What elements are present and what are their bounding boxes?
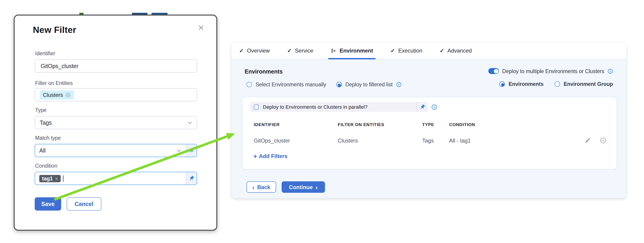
tab-environment[interactable]: Environment xyxy=(330,43,373,59)
chevron-down-icon xyxy=(176,147,182,154)
radio-environment-group[interactable]: Environment Group xyxy=(554,81,613,87)
chevron-left-icon: ‹ xyxy=(252,183,254,191)
toggle-on-switch[interactable] xyxy=(488,68,499,74)
pin-icon xyxy=(188,148,194,153)
type-label: Type xyxy=(35,107,46,113)
row-condition: All - tag1 xyxy=(449,137,471,144)
col-header-filter-on-entities: FILTER ON ENTITIES xyxy=(338,122,384,127)
chip-remove-icon[interactable]: × xyxy=(55,176,58,181)
match-type-select[interactable]: All xyxy=(35,144,197,157)
environments-heading: Environments xyxy=(245,69,283,75)
radio-deploy-filtered[interactable]: Deploy to filtered list xyxy=(336,82,402,87)
environment-icon xyxy=(330,48,336,54)
back-label: Back xyxy=(257,184,270,190)
filters-card: Deploy to Environments or Clusters in pa… xyxy=(242,97,616,169)
parallel-deploy-bar: Deploy to Environments or Clusters in pa… xyxy=(250,102,428,112)
identifier-input[interactable] xyxy=(35,59,197,73)
filter-on-entities-label: Filter on Entities xyxy=(35,80,73,86)
info-icon[interactable] xyxy=(396,82,402,87)
radio-label: Deploy to filtered list xyxy=(345,82,392,87)
screenshot-stage: New Filter × Identifier Filter on Entiti… xyxy=(0,0,644,243)
continue-button[interactable]: Continue › xyxy=(282,181,325,193)
check-icon: ✓ xyxy=(390,48,395,54)
continue-label: Continue xyxy=(289,184,313,190)
row-filter-on-entities: Clusters xyxy=(338,137,358,144)
tab-label: Overview xyxy=(247,48,270,54)
pin-icon xyxy=(188,175,194,181)
new-filter-modal: New Filter × Identifier Filter on Entiti… xyxy=(14,15,217,231)
radio-icon-selected[interactable] xyxy=(500,81,505,87)
radio-label: Environments xyxy=(509,81,544,87)
check-icon: ✓ xyxy=(239,48,244,54)
radio-icon-selected[interactable] xyxy=(336,82,342,87)
type-value: Tags xyxy=(40,119,187,126)
info-icon[interactable] xyxy=(431,104,437,110)
close-icon[interactable]: × xyxy=(198,22,204,34)
runtime-input-segment[interactable] xyxy=(186,172,197,184)
entity-chip-label: Clusters xyxy=(43,92,63,98)
back-button[interactable]: ‹ Back xyxy=(246,181,276,193)
radio-label: Select Environments manually xyxy=(256,82,326,87)
stage-tabbar: ✓ Overview ✓ Service Environment xyxy=(232,43,626,59)
remove-minus-icon[interactable] xyxy=(600,137,606,144)
condition-label: Condition xyxy=(35,163,57,168)
match-type-label: Match type xyxy=(35,135,61,141)
row-type: Tags xyxy=(422,137,434,144)
parallel-label: Deploy to Environments or Clusters in pa… xyxy=(263,104,368,110)
radio-icon[interactable] xyxy=(554,81,560,87)
plus-icon: + xyxy=(253,153,257,160)
modal-title: New Filter xyxy=(33,25,76,35)
radio-select-manually[interactable]: Select Environments manually xyxy=(246,82,326,87)
tab-advanced[interactable]: ✓ Advanced xyxy=(440,43,472,59)
type-select[interactable]: Tags xyxy=(35,116,197,129)
check-icon: ✓ xyxy=(440,48,444,54)
radio-environments[interactable]: Environments xyxy=(500,81,544,87)
tab-overview[interactable]: ✓ Overview xyxy=(239,43,270,59)
col-header-condition: CONDITION xyxy=(449,122,475,127)
tab-label: Execution xyxy=(398,48,422,54)
tab-label: Service xyxy=(295,48,313,54)
active-tab-underline xyxy=(328,58,376,59)
tab-service[interactable]: ✓ Service xyxy=(287,43,313,59)
runtime-input-segment[interactable] xyxy=(417,102,428,112)
row-identifier: GitOps_cluster xyxy=(254,137,290,144)
parallel-checkbox[interactable] xyxy=(254,104,259,109)
filter-on-entities-input[interactable]: Clusters xyxy=(35,88,197,101)
text-cursor xyxy=(63,175,64,182)
pin-icon xyxy=(419,104,425,110)
add-filters-label: Add Filters xyxy=(259,153,287,159)
condition-chip: tag1 × xyxy=(39,175,61,182)
entity-chip: Clusters xyxy=(40,90,74,99)
identifier-label: Identifier xyxy=(35,51,55,56)
chevron-right-icon: › xyxy=(316,183,318,191)
env-target-radio-group: Environments Environment Group xyxy=(500,81,613,87)
chevron-down-icon xyxy=(187,119,193,126)
save-button[interactable]: Save xyxy=(35,197,61,210)
match-type-value: All xyxy=(39,147,176,154)
col-header-type: TYPE xyxy=(422,122,434,127)
runtime-input-segment[interactable] xyxy=(186,144,197,157)
chip-remove-icon[interactable] xyxy=(65,92,71,98)
col-header-identifier: IDENTIFIER xyxy=(254,122,280,127)
radio-label: Environment Group xyxy=(564,81,613,87)
check-icon: ✓ xyxy=(287,48,292,54)
tab-label: Advanced xyxy=(448,48,472,54)
info-icon[interactable] xyxy=(608,68,613,74)
edit-pencil-icon[interactable] xyxy=(585,137,591,143)
multi-env-toggle-row: Deploy to multiple Environments or Clust… xyxy=(488,68,613,74)
condition-chip-label: tag1 xyxy=(42,176,53,181)
radio-icon[interactable] xyxy=(246,82,252,87)
toggle-label: Deploy to multiple Environments or Clust… xyxy=(502,68,604,74)
deploy-mode-radio-group: Select Environments manually Deploy to f… xyxy=(246,82,402,87)
cancel-button[interactable]: Cancel xyxy=(67,197,101,210)
add-filters-button[interactable]: + Add Filters xyxy=(253,153,288,160)
tab-execution[interactable]: ✓ Execution xyxy=(390,43,422,59)
tab-label: Environment xyxy=(340,48,373,54)
pipeline-stage-panel: ✓ Overview ✓ Service Environment xyxy=(232,43,626,198)
condition-input[interactable]: tag1 × xyxy=(35,172,197,185)
